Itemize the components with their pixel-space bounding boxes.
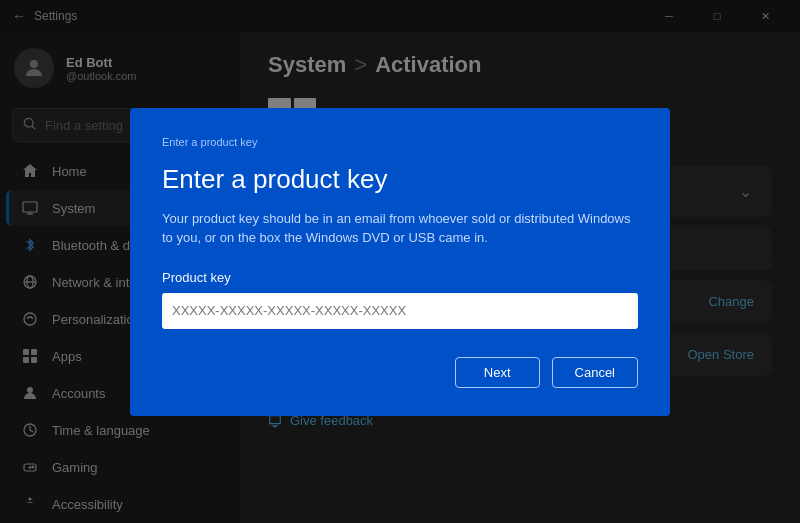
cancel-button[interactable]: Cancel — [552, 357, 638, 388]
dialog-description: Your product key should be in an email f… — [162, 209, 638, 248]
dialog-heading: Enter a product key — [162, 164, 638, 195]
dialog-title-bar: Enter a product key — [162, 136, 638, 148]
next-button[interactable]: Next — [455, 357, 540, 388]
product-key-input[interactable] — [162, 293, 638, 329]
dialog-overlay: Enter a product key Enter a product key … — [0, 0, 800, 523]
product-key-label: Product key — [162, 270, 638, 285]
dialog-buttons: Next Cancel — [162, 357, 638, 388]
product-key-dialog: Enter a product key Enter a product key … — [130, 108, 670, 416]
